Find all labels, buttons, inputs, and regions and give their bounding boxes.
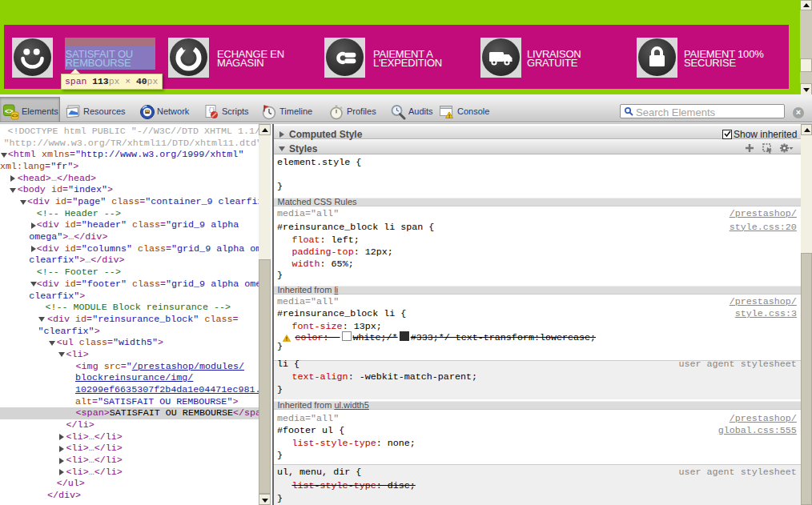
- svg-text:<>: <>: [11, 113, 18, 118]
